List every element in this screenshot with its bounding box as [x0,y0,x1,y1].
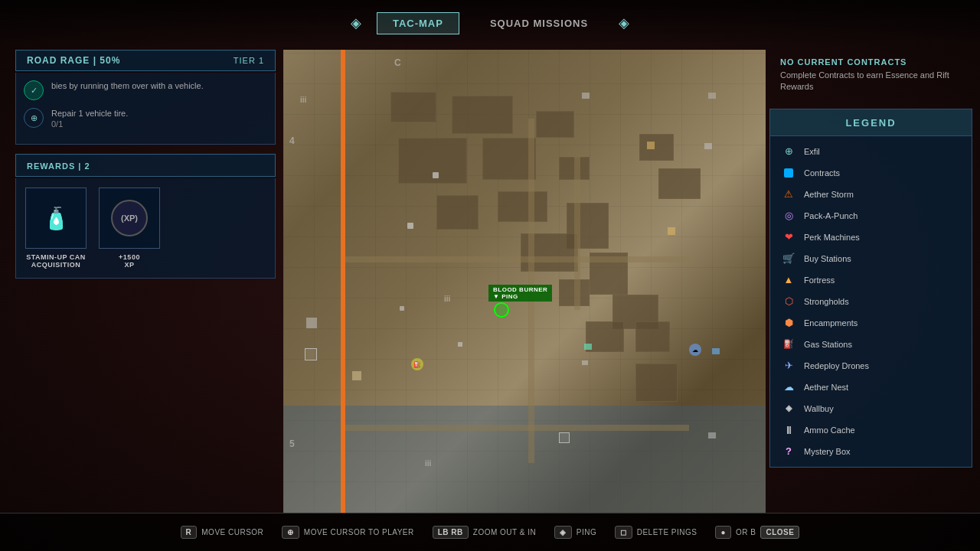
hint-zoom: LB RB ZOOM OUT & IN [433,526,537,539]
map-dot-buy-2 [559,432,570,443]
task-2-icon: ⊕ [24,108,44,128]
contracts-description: Complete Contracts to earn Essence and R… [780,70,962,93]
hint-ping: ◈ PING [554,526,596,539]
aether-nest-label: Aether Nest [804,383,848,392]
hint-label-ping: PING [577,528,596,536]
aether-storm-label: Aether Storm [804,190,854,199]
mission-task-1: ✓ bies by running them over with a vehic… [24,80,267,100]
map-dot-4 [458,342,462,347]
pack-a-punch-label: Pack-A-Punch [804,211,858,220]
gas-stations-icon: ⛽ [781,337,796,352]
road-h-2 [345,425,689,431]
fortress-icon: ▲ [781,272,796,288]
mission-header: ROAD RAGE | 50% TIER 1 [15,50,276,71]
legend-strongholds: ⬡ Strongholds [778,291,964,312]
aether-icon-map: ☁ [689,344,701,356]
marker-sm-1 [647,142,655,149]
map-dot-2 [407,223,413,229]
mission-tier: TIER 1 [234,56,264,65]
task-2-progress: 0/1 [51,119,128,129]
map-marker-right1 [704,143,712,149]
legend-container: LEGEND ⊕ Exfil Contracts ⚠ Aether Storm … [769,109,972,468]
hint-key-zoom: LB RB [433,526,469,539]
legend-contracts: Contracts [778,162,964,184]
legend-redeploy-drones: ✈ Redeploy Drones [778,355,964,377]
hint-delete-pings: ◻ DELETE PINGS [615,526,697,539]
aether-nest-icon: ☁ [781,380,796,395]
wallbuy-label: Wallbuy [804,404,834,413]
legend-gas-stations: ⛽ Gas Stations [778,334,964,355]
building-7 [436,195,479,230]
pack-a-punch-icon: ◎ [781,208,796,223]
buy-stations-icon: 🛒 [781,251,796,266]
legend-aether-storm: ⚠ Aether Storm [778,184,964,205]
map-marker-right2 [712,348,720,354]
hint-label-cursor-player: MOVE CURSOR TO PLAYER [304,528,414,536]
redeploy-drones-label: Redeploy Drones [804,361,869,370]
rewards-title: REWARDS | 2 [27,161,90,171]
ping-label: BLOOD BURNER▼ PING [488,285,552,302]
wallbuy-icon: ◈ [781,401,796,416]
hint-label-or: OR B [736,528,756,536]
contracts-icon [784,168,793,178]
tab-squad-missions[interactable]: SQUAD MISSIONS [475,13,603,34]
grid-label-5: 5 [289,439,295,449]
building-15 [635,321,670,352]
building-16 [635,364,678,402]
rewards-header: REWARDS | 2 [15,154,276,177]
legend-buy-stations: 🛒 Buy Stations [778,248,964,269]
hint-close: ● OR B CLOSE [715,526,799,539]
map-marker-iii-2: iii [444,295,450,303]
legend-perk-machines: ❤ Perk Machines [778,227,964,248]
main-road [341,50,345,513]
left-nav-icon: ◈ [351,15,361,31]
tab-tacmap[interactable]: TAC-MAP [377,12,459,34]
buy-stations-label: Buy Stations [804,254,851,263]
map-marker-right3 [708,432,716,439]
map-dot-1 [433,172,439,178]
map-marker-corner [708,93,716,99]
hint-key-delete: ◻ [615,526,632,539]
marker-sm-2 [668,227,675,235]
map-dot-buy [305,348,317,360]
encampments-icon: ⬢ [781,315,796,331]
hint-key-close-2: CLOSE [760,526,799,539]
map-background: C 4 5 iii iii iii [283,50,766,513]
strongholds-icon: ⬡ [781,294,796,309]
hint-label-zoom: ZOOM OUT & IN [473,528,536,536]
gas-stations-label: Gas Stations [804,340,852,349]
redeploy-drones-icon: ✈ [781,358,796,373]
legend-aether-nest: ☁ Aether Nest [778,377,964,398]
hint-key-r: R [181,526,198,539]
player-indicator [494,302,509,318]
legend-wallbuy: ◈ Wallbuy [778,398,964,419]
legend-title: LEGEND [845,117,896,129]
map-container[interactable]: C 4 5 iii iii iii [283,50,766,513]
map-marker-iii-1: iii [300,96,306,104]
road-v-2 [574,157,580,310]
legend-body: ⊕ Exfil Contracts ⚠ Aether Storm ◎ Pack-… [770,136,972,467]
no-contracts-label: NO CURRENT CONTRACTS [780,57,962,67]
grid-label-4: 4 [289,135,295,146]
hint-key-cross: ⊕ [282,526,299,539]
legend-mystery-box: ? Mystery Box [778,441,964,462]
mission-title: ROAD RAGE | 50% [27,55,120,66]
ammo-cache-icon: ||| [781,422,796,438]
reward-item-1: 🧴 STAMIN-UP CANACQUISITION [25,187,87,269]
hint-cursor-to-player: ⊕ MOVE CURSOR TO PLAYER [282,526,413,539]
legend-exfil: ⊕ Exfil [778,141,964,162]
legend-fortress: ▲ Fortress [778,269,964,291]
task-1-icon: ✓ [24,80,44,100]
contracts-info: NO CURRENT CONTRACTS Complete Contracts … [769,50,972,101]
ammo-cache-label: Ammo Cache [804,425,855,435]
left-panel: ROAD RAGE | 50% TIER 1 ✓ bies by running… [15,50,276,279]
reward-1-icon: 🧴 [43,206,70,231]
mystery-box-icon: ? [781,444,796,459]
encampments-label: Encampments [804,318,858,328]
building-8 [498,191,547,222]
mission-task-2: ⊕ Repair 1 vehicle tire. 0/1 [24,108,267,129]
task-2-text: Repair 1 vehicle tire. [51,108,128,119]
hint-label-delete: DELETE PINGS [637,528,697,536]
bottom-bar: R MOVE CURSOR ⊕ MOVE CURSOR TO PLAYER LB… [0,513,980,551]
aether-storm-icon: ⚠ [781,187,796,202]
